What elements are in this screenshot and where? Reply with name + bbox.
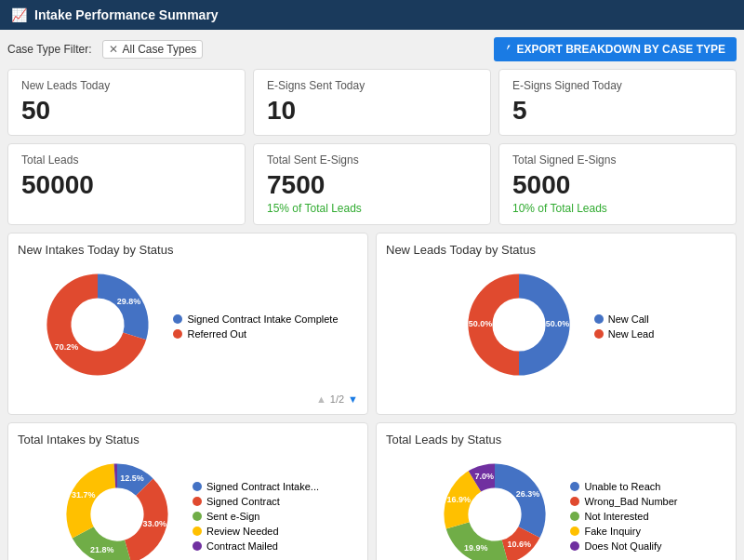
legend-label: Contract Mailed bbox=[206, 540, 278, 552]
legend-item: Does Not Qualify bbox=[570, 540, 677, 552]
stat-value: 50000 bbox=[21, 170, 232, 200]
stat-sub: 10% of Total Leads bbox=[512, 202, 723, 215]
legend-item: Unable to Reach bbox=[570, 481, 677, 492]
donut-chart: 29.8%70.2% bbox=[37, 264, 158, 388]
legend-item: Referred Out bbox=[173, 328, 338, 340]
svg-text:29.8%: 29.8% bbox=[117, 297, 141, 306]
legend-label: Referred Out bbox=[187, 328, 246, 340]
main-content: Case Type Filter: ✕ All Case Types ⎖ EXP… bbox=[0, 30, 744, 560]
legend-item: Wrong_Bad Number bbox=[570, 496, 677, 507]
chart-legend: Signed Contract Intake CompleteReferred … bbox=[173, 313, 338, 340]
svg-text:16.9%: 16.9% bbox=[447, 495, 472, 504]
filter-tag[interactable]: ✕ All Case Types bbox=[102, 40, 203, 59]
chart-card: New Intakes Today by Status29.8%70.2%Sig… bbox=[7, 233, 368, 415]
legend-dot bbox=[594, 314, 604, 324]
legend-dot bbox=[193, 482, 202, 491]
legend-item: Signed Contract Intake... bbox=[193, 481, 319, 492]
stat-value: 7500 bbox=[267, 170, 477, 200]
stat-value: 5 bbox=[512, 96, 723, 126]
legend-dot bbox=[570, 512, 579, 521]
svg-text:10.6%: 10.6% bbox=[508, 540, 532, 549]
stat-card: Total Leads 50000 bbox=[7, 143, 246, 225]
export-icon: ⎖ bbox=[505, 43, 512, 56]
legend-dot bbox=[173, 314, 182, 324]
chart-card: New Leads Today by Status50.0%50.0%New C… bbox=[376, 233, 737, 415]
legend-label: Not Interested bbox=[584, 511, 648, 522]
svg-text:7.0%: 7.0% bbox=[475, 472, 495, 481]
legend-item: Sent e-Sign bbox=[193, 511, 319, 522]
legend-label: New Lead bbox=[608, 328, 655, 340]
legend-dot bbox=[193, 527, 202, 536]
chart-inner: 50.0%50.0%New CallNew Lead bbox=[386, 264, 726, 388]
chart-title: New Intakes Today by Status bbox=[18, 243, 358, 257]
legend-label: Signed Contract Intake... bbox=[206, 481, 319, 492]
chart-card: Total Leads by Status26.3%10.6%19.9%16.9… bbox=[376, 422, 737, 560]
chart-title: Total Intakes by Status bbox=[18, 433, 358, 447]
legend-dot bbox=[173, 329, 182, 339]
stat-label: Total Sent E-Signs bbox=[267, 153, 477, 167]
legend-item: Not Interested bbox=[570, 511, 677, 522]
chart-title: New Leads Today by Status bbox=[386, 243, 726, 257]
legend-item: New Call bbox=[594, 313, 655, 325]
legend-item: Review Needed bbox=[193, 526, 319, 537]
stat-value: 50 bbox=[21, 96, 232, 126]
legend-label: Review Needed bbox=[206, 526, 279, 537]
stats-row-1: New Leads Today 50 E-Signs Sent Today 10… bbox=[7, 69, 737, 136]
stat-value: 10 bbox=[267, 96, 477, 126]
svg-text:33.0%: 33.0% bbox=[142, 519, 166, 528]
pagination-count: 1/2 bbox=[330, 393, 344, 405]
pagination-next[interactable]: ▼ bbox=[348, 393, 358, 405]
donut-chart: 26.3%10.6%19.9%16.9%7.0% bbox=[434, 454, 555, 560]
title-bar: 📈 Intake Performance Summary bbox=[0, 0, 744, 30]
stat-label: Total Leads bbox=[21, 153, 232, 167]
legend-dot bbox=[570, 527, 579, 536]
legend-label: Wrong_Bad Number bbox=[584, 496, 677, 507]
svg-text:50.0%: 50.0% bbox=[546, 319, 570, 328]
donut-chart: 50.0%50.0% bbox=[458, 264, 579, 388]
legend-item: Contract Mailed bbox=[193, 540, 319, 552]
legend-item: Signed Contract bbox=[193, 496, 319, 507]
pagination-prev[interactable]: ▲ bbox=[316, 393, 326, 405]
legend-label: Sent e-Sign bbox=[206, 511, 259, 522]
filter-label: Case Type Filter: bbox=[7, 43, 91, 56]
stat-sub: 15% of Total Leads bbox=[267, 202, 477, 215]
stat-card: Total Sent E-Signs 7500 15% of Total Lea… bbox=[253, 143, 491, 225]
legend-label: Signed Contract Intake Complete bbox=[187, 313, 338, 325]
legend-item: Fake Inquiry bbox=[570, 526, 677, 537]
legend-dot bbox=[570, 541, 579, 551]
svg-text:19.9%: 19.9% bbox=[465, 543, 489, 553]
legend-dot bbox=[570, 482, 579, 491]
stat-label: E-Signs Sent Today bbox=[267, 79, 477, 92]
svg-text:26.3%: 26.3% bbox=[516, 489, 540, 499]
donut-chart: 12.5%33.0%21.8%31.7% bbox=[57, 454, 178, 560]
chart-inner: 12.5%33.0%21.8%31.7%Signed Contract Inta… bbox=[18, 454, 358, 560]
filter-tag-remove[interactable]: ✕ bbox=[109, 43, 118, 56]
chart-legend: Signed Contract Intake...Signed Contract… bbox=[193, 481, 319, 552]
svg-text:70.2%: 70.2% bbox=[55, 342, 79, 352]
chart-inner: 29.8%70.2%Signed Contract Intake Complet… bbox=[18, 264, 358, 388]
legend-label: Does Not Qualify bbox=[584, 540, 661, 552]
legend-label: Signed Contract bbox=[206, 496, 280, 507]
stat-card: E-Signs Signed Today 5 bbox=[498, 69, 737, 136]
stat-card: Total Signed E-Signs 5000 10% of Total L… bbox=[498, 143, 737, 225]
legend-item: Signed Contract Intake Complete bbox=[173, 313, 338, 325]
legend-dot bbox=[193, 497, 202, 506]
chart-legend: Unable to ReachWrong_Bad NumberNot Inter… bbox=[570, 481, 677, 552]
legend-label: Fake Inquiry bbox=[584, 526, 641, 537]
svg-text:50.0%: 50.0% bbox=[468, 319, 492, 328]
legend-dot bbox=[193, 512, 202, 521]
svg-text:21.8%: 21.8% bbox=[90, 545, 114, 554]
charts-row-1: New Intakes Today by Status29.8%70.2%Sig… bbox=[7, 233, 737, 415]
chart-legend: New CallNew Lead bbox=[594, 313, 655, 340]
charts-row-2: Total Intakes by Status12.5%33.0%21.8%31… bbox=[7, 422, 737, 560]
export-button[interactable]: ⎖ EXPORT BREAKDOWN BY CASE TYPE bbox=[494, 37, 737, 61]
stat-label: E-Signs Signed Today bbox=[512, 79, 723, 92]
stat-label: New Leads Today bbox=[21, 79, 232, 92]
chart-inner: 26.3%10.6%19.9%16.9%7.0%Unable to ReachW… bbox=[386, 454, 726, 560]
svg-text:12.5%: 12.5% bbox=[120, 473, 144, 483]
stat-card: E-Signs Sent Today 10 bbox=[253, 69, 491, 136]
legend-label: New Call bbox=[608, 313, 649, 325]
chart-icon: 📈 bbox=[11, 7, 27, 22]
legend-dot bbox=[193, 541, 202, 551]
stat-label: Total Signed E-Signs bbox=[512, 153, 723, 167]
